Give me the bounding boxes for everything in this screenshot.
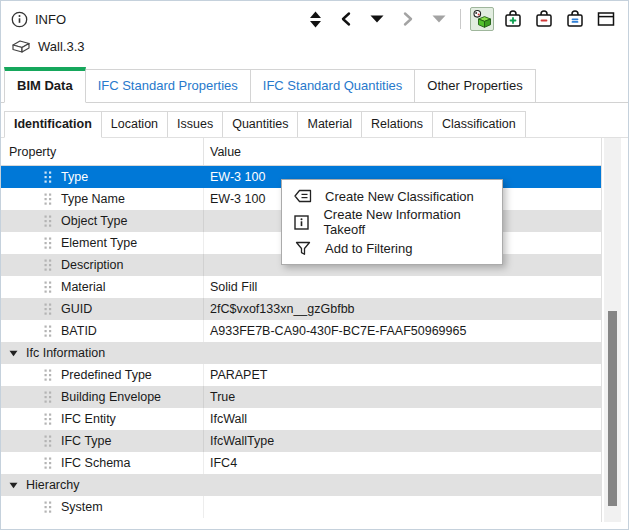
property-label: Element Type [61,236,137,250]
value-cell[interactable]: Solid Fill [204,280,601,294]
tag-icon [293,189,312,203]
menu-item-create-new-information-takeoff[interactable]: Create New Information Takeoff [282,209,502,235]
menu-item-label: Create New Information Takeoff [323,207,491,237]
table-row-system[interactable]: System [1,496,601,518]
subtab-identification[interactable]: Identification [4,111,102,138]
drag-handle-icon[interactable] [44,435,52,448]
wall-object-icon [11,39,31,54]
menu-item-add-to-filtering[interactable]: Add to Filtering [282,235,502,261]
filter-icon [293,241,312,256]
section-label: Ifc Information [26,346,105,360]
basket-remove-icon[interactable] [532,7,556,31]
property-cell: Type Name [1,188,204,210]
tab-ifc-standard-properties[interactable]: IFC Standard Properties [85,69,251,102]
tab-ifc-standard-quantities[interactable]: IFC Standard Quantities [250,69,415,102]
property-cell: IFC Type [1,430,204,452]
property-cell: IFC Schema [1,452,204,474]
menu-item-create-new-classification[interactable]: Create New Classification [282,183,502,209]
value-cell[interactable]: IFC4 [204,456,601,470]
property-cell: IFC Entity [1,408,204,430]
property-label: Type [61,170,88,184]
column-header-property[interactable]: Property [1,138,204,165]
table-row-batid[interactable]: BATIDA933FE7B-CA90-430F-BC7E-FAAF5096996… [1,320,601,342]
subtab-classification[interactable]: Classification [432,111,526,137]
collapse-caret-icon[interactable] [9,350,18,357]
zoom-to-selection-icon[interactable] [470,7,494,31]
value-cell[interactable]: True [204,390,601,404]
collapse-caret-icon[interactable] [9,482,18,489]
property-label: Type Name [61,192,125,206]
vertical-scrollbar[interactable] [604,138,621,522]
section-row-ifc-information[interactable]: Ifc Information [1,342,601,364]
property-cell: Element Type [1,232,204,254]
next-dropdown-icon[interactable] [427,7,451,31]
tab-bim-data[interactable]: BIM Data [4,67,86,103]
titlebar: INFO [1,1,628,33]
value-cell[interactable]: PARAPET [204,368,601,382]
main-tab-bar: BIM DataIFC Standard PropertiesIFC Stand… [1,65,628,103]
drag-handle-icon[interactable] [44,501,52,514]
menu-item-label: Add to Filtering [325,241,412,256]
context-menu: Create New ClassificationCreate New Info… [281,179,503,265]
basket-add-icon[interactable] [501,7,525,31]
property-label: IFC Entity [61,412,116,426]
drag-handle-icon[interactable] [44,281,52,294]
table-right-border [601,138,602,522]
table-row-ifc-entity[interactable]: IFC EntityIfcWall [1,408,601,430]
property-cell: Predefined Type [1,364,204,386]
drag-handle-icon[interactable] [44,369,52,382]
value-cell[interactable]: IfcWall [204,412,601,426]
drag-handle-icon[interactable] [44,193,52,206]
subtab-issues[interactable]: Issues [167,111,223,137]
property-label: Predefined Type [61,368,152,382]
property-label: System [61,500,103,514]
section-row-hierarchy[interactable]: Hierarchy [1,474,601,496]
drag-handle-icon[interactable] [44,413,52,426]
next-element-icon[interactable] [396,7,420,31]
panel-layout-icon[interactable] [594,7,618,31]
info-circle-icon [11,11,28,28]
previous-element-icon[interactable] [334,7,358,31]
subtab-relations[interactable]: Relations [361,111,433,137]
info-toolbar [303,7,622,31]
property-cell: Building Envelope [1,386,204,408]
property-cell: GUID [1,298,204,320]
table-row-ifc-type[interactable]: IFC TypeIfcWallType [1,430,601,452]
property-cell: Description [1,254,204,276]
table-row-guid[interactable]: GUID2fC$vxof133xn__gzGbfbb [1,298,601,320]
expand-collapse-icon[interactable] [303,7,327,31]
drag-handle-icon[interactable] [44,237,52,250]
tab-other-properties[interactable]: Other Properties [414,69,535,102]
table-row-building-envelope[interactable]: Building EnvelopeTrue [1,386,601,408]
scrollbar-thumb[interactable] [608,311,617,506]
panel-title: INFO [35,12,66,27]
property-label: Material [61,280,105,294]
property-label: IFC Schema [61,456,130,470]
property-label: Description [61,258,124,272]
drag-handle-icon[interactable] [44,457,52,470]
value-cell[interactable]: 2fC$vxof133xn__gzGbfbb [204,302,601,316]
drag-handle-icon[interactable] [44,259,52,272]
property-label: Object Type [61,214,127,228]
previous-dropdown-icon[interactable] [365,7,389,31]
subtab-location[interactable]: Location [101,111,168,137]
value-cell[interactable]: IfcWallType [204,434,601,448]
value-cell[interactable]: A933FE7B-CA90-430F-BC7E-FAAF50969965 [204,324,601,338]
basket-set-icon[interactable] [563,7,587,31]
section-label: Hierarchy [26,478,80,492]
property-cell: Type [1,166,204,188]
drag-handle-icon[interactable] [44,171,52,184]
drag-handle-icon[interactable] [44,215,52,228]
drag-handle-icon[interactable] [44,391,52,404]
info-takeoff-icon [293,215,310,230]
drag-handle-icon[interactable] [44,325,52,338]
drag-handle-icon[interactable] [44,303,52,316]
property-label: BATID [61,324,97,338]
subtab-material[interactable]: Material [297,111,361,137]
table-row-material[interactable]: MaterialSolid Fill [1,276,601,298]
subtab-quantities[interactable]: Quantities [222,111,298,137]
table-row-predefined-type[interactable]: Predefined TypePARAPET [1,364,601,386]
column-header-value[interactable]: Value [204,145,601,159]
property-cell: BATID [1,320,204,342]
table-row-ifc-schema[interactable]: IFC SchemaIFC4 [1,452,601,474]
